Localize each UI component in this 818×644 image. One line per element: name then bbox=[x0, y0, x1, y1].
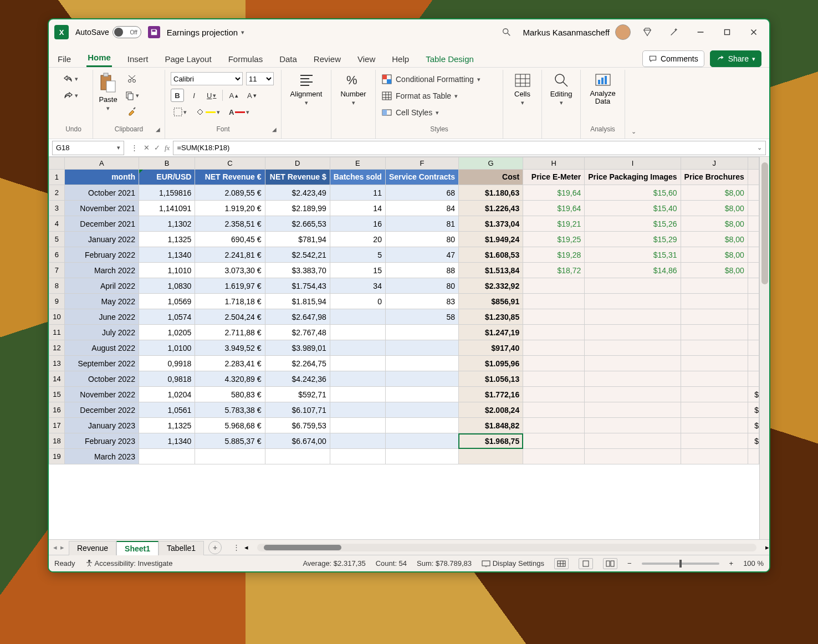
cell[interactable]: 15 bbox=[330, 263, 385, 278]
cell[interactable]: 1,0569 bbox=[139, 294, 195, 309]
cell[interactable]: 5 bbox=[330, 247, 385, 263]
conditional-formatting-button[interactable]: Conditional Formatting▾ bbox=[381, 72, 480, 86]
tab-home[interactable]: Home bbox=[86, 49, 112, 67]
cell[interactable] bbox=[385, 340, 458, 356]
ribbon-collapse-button[interactable]: ⌄ bbox=[625, 70, 642, 139]
row-header[interactable]: 5 bbox=[49, 232, 65, 247]
cell[interactable] bbox=[523, 433, 585, 449]
cell[interactable]: June 2022 bbox=[64, 309, 139, 325]
cell[interactable]: February 2022 bbox=[64, 247, 139, 263]
hdr-price-brochures[interactable]: Price Brochures bbox=[681, 170, 748, 185]
cell[interactable] bbox=[748, 185, 759, 201]
cell[interactable]: 47 bbox=[385, 247, 458, 263]
hdr-net-usd[interactable]: NET Revenue $ bbox=[265, 170, 330, 185]
cell[interactable]: $4.242,36 bbox=[265, 371, 330, 387]
cell[interactable]: $19,28 bbox=[523, 247, 585, 263]
cell[interactable]: $3.383,70 bbox=[265, 263, 330, 278]
cut-button[interactable] bbox=[122, 72, 142, 85]
cell[interactable]: $14,86 bbox=[585, 263, 681, 278]
fill-color-button[interactable]: ▾ bbox=[193, 105, 223, 119]
cell[interactable] bbox=[681, 278, 748, 294]
sheet-tab-revenue[interactable]: Revenue bbox=[69, 541, 116, 555]
cell[interactable]: 1.619,97 € bbox=[195, 278, 265, 294]
cell[interactable]: 1,1325 bbox=[139, 232, 195, 247]
horizontal-scrollbar[interactable] bbox=[257, 544, 756, 551]
cell[interactable] bbox=[748, 278, 759, 294]
hdr-price-packaging[interactable]: Price Packaging Images bbox=[585, 170, 681, 185]
cell[interactable] bbox=[523, 356, 585, 371]
cells-button[interactable]: Cells▾ bbox=[513, 72, 532, 106]
row-header[interactable]: 8 bbox=[49, 278, 65, 294]
cell[interactable] bbox=[195, 449, 265, 464]
hdr-cost[interactable]: Cost bbox=[458, 170, 523, 185]
cell[interactable]: $2.008,24 bbox=[458, 402, 523, 418]
cell[interactable]: 2.089,55 € bbox=[195, 185, 265, 201]
row-header[interactable]: 19 bbox=[49, 449, 65, 464]
bold-button[interactable]: B bbox=[171, 89, 184, 102]
cell[interactable]: $1.226,43 bbox=[458, 201, 523, 216]
cell[interactable]: 1,0204 bbox=[139, 387, 195, 402]
cell[interactable] bbox=[585, 309, 681, 325]
cell[interactable] bbox=[585, 418, 681, 433]
col-header-i[interactable]: I bbox=[585, 157, 681, 170]
close-button[interactable] bbox=[744, 22, 764, 42]
cell[interactable] bbox=[748, 356, 759, 371]
accept-formula-button[interactable]: ✓ bbox=[154, 144, 160, 152]
cell[interactable] bbox=[748, 340, 759, 356]
cell[interactable] bbox=[681, 356, 748, 371]
hscroll-left-button[interactable]: ◂ bbox=[244, 543, 248, 551]
cell[interactable] bbox=[748, 216, 759, 232]
col-header-h[interactable]: H bbox=[523, 157, 585, 170]
cell[interactable]: $1.056,13 bbox=[458, 371, 523, 387]
cell[interactable]: 1,1010 bbox=[139, 263, 195, 278]
cell[interactable]: 5.968,68 € bbox=[195, 418, 265, 433]
cell[interactable] bbox=[385, 418, 458, 433]
cell[interactable] bbox=[681, 309, 748, 325]
cell[interactable]: July 2022 bbox=[64, 325, 139, 340]
cell[interactable] bbox=[748, 449, 759, 464]
cell[interactable]: $6.674,00 bbox=[265, 433, 330, 449]
cell[interactable]: $ bbox=[748, 433, 759, 449]
cell[interactable]: 1,1340 bbox=[139, 247, 195, 263]
cell[interactable] bbox=[585, 325, 681, 340]
cell[interactable]: October 2022 bbox=[64, 371, 139, 387]
col-header-j[interactable]: J bbox=[681, 157, 748, 170]
cell[interactable]: 16 bbox=[330, 216, 385, 232]
row-header[interactable]: 6 bbox=[49, 247, 65, 263]
cell[interactable] bbox=[385, 433, 458, 449]
account-user[interactable]: Markus Kasanmascheff bbox=[523, 24, 631, 40]
cell[interactable]: 0 bbox=[330, 294, 385, 309]
cell[interactable] bbox=[523, 449, 585, 464]
cell[interactable]: 1,1302 bbox=[139, 216, 195, 232]
cell[interactable]: 5.885,37 € bbox=[195, 433, 265, 449]
cell[interactable]: February 2023 bbox=[64, 433, 139, 449]
cell[interactable] bbox=[385, 449, 458, 464]
cell[interactable]: $2.665,53 bbox=[265, 216, 330, 232]
cell[interactable]: 690,45 € bbox=[195, 232, 265, 247]
cell[interactable]: 3.073,30 € bbox=[195, 263, 265, 278]
maximize-button[interactable] bbox=[717, 22, 737, 42]
sheet-nav-next[interactable]: ▸ bbox=[60, 543, 64, 551]
cell[interactable]: 2.711,88 € bbox=[195, 325, 265, 340]
cell[interactable] bbox=[585, 449, 681, 464]
scrollbar-thumb[interactable] bbox=[264, 545, 341, 550]
cell-styles-button[interactable]: Cell Styles▾ bbox=[381, 105, 439, 120]
cell[interactable] bbox=[681, 294, 748, 309]
select-all-corner[interactable] bbox=[49, 157, 65, 170]
cell[interactable] bbox=[458, 449, 523, 464]
cell[interactable]: $6.107,71 bbox=[265, 402, 330, 418]
alignment-button[interactable]: Alignment▾ bbox=[290, 72, 323, 106]
cell[interactable]: 88 bbox=[385, 263, 458, 278]
view-page-break-button[interactable] bbox=[603, 558, 617, 569]
cell[interactable] bbox=[523, 309, 585, 325]
zoom-out-button[interactable]: − bbox=[627, 559, 632, 568]
cell[interactable]: $8,00 bbox=[681, 185, 748, 201]
cell[interactable]: December 2022 bbox=[64, 402, 139, 418]
name-box[interactable]: G18▾ bbox=[52, 141, 124, 155]
row-header[interactable]: 1 bbox=[49, 170, 65, 185]
cell[interactable]: $1.373,04 bbox=[458, 216, 523, 232]
zoom-level[interactable]: 100 % bbox=[743, 559, 764, 568]
cell[interactable] bbox=[748, 294, 759, 309]
cell[interactable]: 1,0561 bbox=[139, 402, 195, 418]
cell[interactable] bbox=[585, 433, 681, 449]
